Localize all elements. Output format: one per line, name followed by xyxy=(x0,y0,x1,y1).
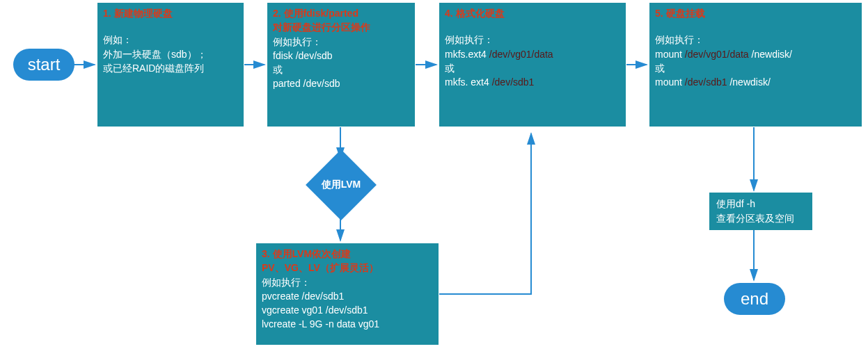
box1-eg: 例如： xyxy=(103,33,238,47)
box1-line2: 或已经RAID的磁盘阵列 xyxy=(103,61,238,75)
box-partition: 2. 使用fdisk/parted 对新硬盘进行分区操作 例如执行： fdisk… xyxy=(267,2,416,127)
box2-line1: fdisk /dev/sdb xyxy=(273,49,409,63)
box3-title1: 3. 使用LVM依次创建 xyxy=(262,247,433,261)
box5-line2: mount /dev/sdb1 /newdisk/ xyxy=(655,75,856,89)
box3-line3: lvcreate -L 9G -n data vg01 xyxy=(262,317,433,331)
box-new-disk: 1. 新建物理硬盘 例如： 外加一块硬盘（sdb）； 或已经RAID的磁盘阵列 xyxy=(97,2,244,127)
box3-line1: pvcreate /dev/sdb1 xyxy=(262,289,433,303)
start-node: start xyxy=(13,49,74,81)
box3-line2: vgcreate vg01 /dev/sdb1 xyxy=(262,303,433,317)
box1-title: 1. 新建物理硬盘 xyxy=(103,6,238,20)
box4-or: 或 xyxy=(445,61,620,75)
box2-title2: 对新硬盘进行分区操作 xyxy=(273,20,409,34)
box5-or: 或 xyxy=(655,61,856,75)
decision-label: 使用LVM xyxy=(322,179,361,191)
box5-eg: 例如执行： xyxy=(655,33,856,47)
box4-line2: mkfs. ext4 /dev/sdb1 xyxy=(445,75,620,89)
end-node: end xyxy=(724,283,785,315)
box4-title: 4. 格式化硬盘 xyxy=(445,6,620,20)
box2-or: 或 xyxy=(273,63,409,76)
box3-eg: 例如执行： xyxy=(262,275,433,289)
box4-eg: 例如执行： xyxy=(445,33,620,47)
box1-line1: 外加一块硬盘（sdb）； xyxy=(103,47,238,61)
box4-line1: mkfs.ext4 /dev/vg01/data xyxy=(445,47,620,61)
box6-line2: 查看分区表及空间 xyxy=(716,211,805,226)
box5-title: 5. 硬盘挂载 xyxy=(655,6,856,20)
decision-lvm: 使用LVM xyxy=(316,160,366,210)
box2-eg: 例如执行： xyxy=(273,35,409,49)
box-df: 使用df -h 查看分区表及空间 xyxy=(709,193,812,230)
box-format: 4. 格式化硬盘 例如执行： mkfs.ext4 /dev/vg01/data … xyxy=(439,2,626,127)
box2-title: 2. 使用fdisk/parted xyxy=(273,6,409,20)
box5-line1: mount /dev/vg01/data /newdisk/ xyxy=(655,47,856,61)
box-mount: 5. 硬盘挂载 例如执行： mount /dev/vg01/data /newd… xyxy=(649,2,862,127)
start-label: start xyxy=(28,55,61,74)
box6-line1: 使用df -h xyxy=(716,197,805,211)
box2-line2: parted /dev/sdb xyxy=(273,76,409,90)
box-lvm: 3. 使用LVM依次创建 PV、VG、LV（扩展灵活） 例如执行： pvcrea… xyxy=(255,243,439,345)
end-label: end xyxy=(741,289,768,309)
box3-title2: PV、VG、LV（扩展灵活） xyxy=(262,261,433,275)
